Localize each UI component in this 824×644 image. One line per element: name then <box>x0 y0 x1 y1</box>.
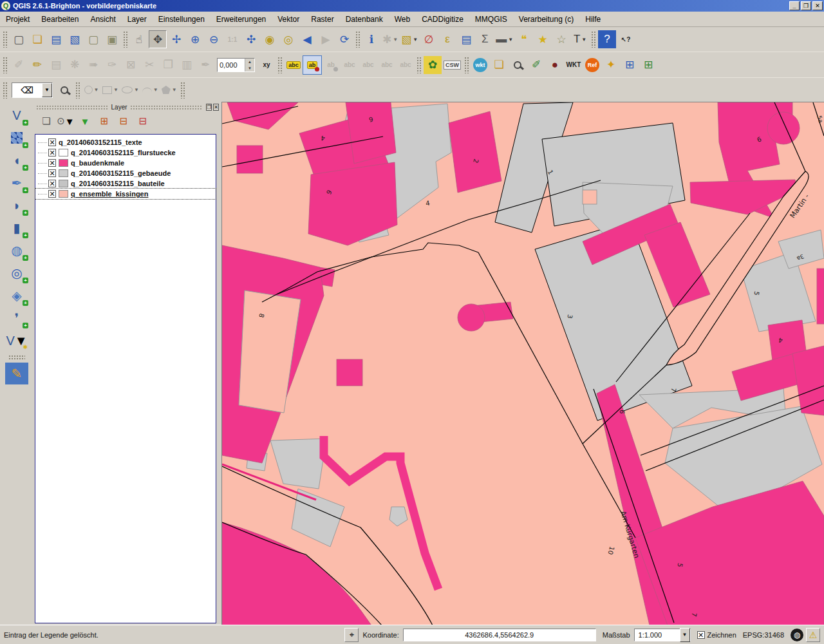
save-project-as-button[interactable]: ▧ <box>66 30 84 48</box>
measure-button[interactable]: ▬▼ <box>494 30 514 48</box>
zoom-full-button[interactable]: ✣ <box>242 30 260 48</box>
dropdown-arrow-icon[interactable]: ▼ <box>65 116 75 127</box>
pan-map-button[interactable]: ✥ <box>149 30 167 48</box>
layer-name[interactable]: q_20140603152115_bauteile <box>71 180 165 187</box>
arc-tool-button[interactable]: ▼ <box>141 81 160 99</box>
close-button[interactable]: ✕ <box>812 1 823 10</box>
expand-all-button[interactable]: ⊞ <box>97 113 112 129</box>
add-mssql-layer-button[interactable]: ◗+ <box>5 194 28 216</box>
composer-manager-button[interactable]: ▣ <box>103 30 121 48</box>
offset-spinbox[interactable]: 0,000▲▼ <box>217 58 255 72</box>
add-oracle-layer-button[interactable]: ▮+ <box>5 217 28 239</box>
open-attribute-table-button[interactable]: ▤ <box>457 30 475 48</box>
select-by-expression-button[interactable]: ε <box>438 30 456 48</box>
close-panel-button[interactable]: ✕ <box>213 104 219 111</box>
circle-tool-button[interactable]: ▼ <box>82 81 100 99</box>
dropdown-arrow-icon[interactable]: ▼ <box>94 87 99 93</box>
xy-button[interactable]: xy <box>258 56 276 74</box>
touch-zoom-pan-button[interactable]: ☝ <box>130 30 148 48</box>
float-panel-button[interactable]: ❐ <box>206 104 212 111</box>
scale-combo[interactable]: 1:1.000 ▼ <box>634 629 691 641</box>
layer-name[interactable]: q_ensemble_kissingen <box>71 190 148 198</box>
pan-to-selection-button[interactable]: ✢ <box>167 30 185 48</box>
layer-visibility-checkbox[interactable]: ✕ <box>48 149 56 156</box>
layer-visibility-checkbox[interactable]: ✕ <box>48 169 56 177</box>
add-delimited-text-button[interactable]: ❜+ <box>5 307 28 329</box>
layer-name[interactable]: q_20140603152115_flurstuecke <box>71 149 176 156</box>
delete-selected-button[interactable]: ⊠ <box>122 56 140 74</box>
collapse-all-button[interactable]: ⊟ <box>116 113 131 129</box>
layer-name[interactable]: q_baudenkmale <box>71 159 124 167</box>
zoom-next-button[interactable]: ▶ <box>317 30 335 48</box>
move-feature-button[interactable]: ➠ <box>84 56 102 74</box>
spin-steppers[interactable]: ▲▼ <box>245 59 254 71</box>
layer-visibility-checkbox[interactable]: ✕ <box>48 159 56 167</box>
restore-button[interactable]: ❐ <box>801 1 811 10</box>
layer-row[interactable]: ✕q_20140603152115_bauteile <box>35 178 216 189</box>
layer-visibility-checkbox[interactable]: ✕ <box>48 180 56 187</box>
refresh-button[interactable]: ⟳ <box>335 30 353 48</box>
new-bookmark-button[interactable]: ★ <box>534 30 552 48</box>
zoom-to-selection-button[interactable]: ◉ <box>261 30 279 48</box>
layer-visibility-checkbox[interactable]: ✕ <box>48 138 56 146</box>
statistics-button[interactable]: Σ <box>476 30 494 48</box>
label-pin-button[interactable]: ab <box>303 56 321 74</box>
spin-up-icon[interactable]: ▲ <box>245 59 254 65</box>
dropdown-arrow-icon[interactable]: ▼ <box>581 37 586 43</box>
caddigitize-select-combo[interactable]: ⌫▼ <box>12 82 53 98</box>
layer-name[interactable]: q_20140603152115_gebaeude <box>71 169 171 177</box>
render-checkbox[interactable]: ✕ <box>697 631 705 639</box>
panel-drag-texture[interactable] <box>36 105 109 109</box>
plugin-feature-button[interactable]: ✿ <box>424 56 442 74</box>
map-canvas[interactable]: 94216495aMartin -3a583476Am Kurgarten105… <box>221 102 824 625</box>
whats-this-button[interactable]: ↖? <box>617 30 635 48</box>
text-annotation-button[interactable]: T▼ <box>571 30 589 48</box>
import-layer-button[interactable]: ❏ <box>490 56 508 74</box>
toggle-editing-button[interactable]: ✏ <box>28 56 46 74</box>
zoom-native-button[interactable]: 1:1 <box>223 30 241 48</box>
add-wms-layer-button[interactable]: ◍+ <box>5 240 28 261</box>
label-move-button[interactable]: abc <box>359 56 377 74</box>
dropdown-arrow-icon[interactable]: ▼ <box>172 87 177 93</box>
layer-visibility-checkbox[interactable]: ✕ <box>48 190 56 198</box>
dropdown-arrow-icon[interactable]: ▼ <box>153 87 158 93</box>
add-spatialite-layer-button[interactable]: ✒+ <box>5 172 28 194</box>
menu-ansicht[interactable]: Ansicht <box>84 13 121 26</box>
menu-mmqgis[interactable]: MMQGIS <box>469 13 513 26</box>
scale-combo-arrow-icon[interactable]: ▼ <box>680 628 690 642</box>
new-print-composer-button[interactable]: ▢ <box>84 30 102 48</box>
manage-visibility-button[interactable]: ⊙▼ <box>58 113 73 129</box>
label-hold-button[interactable]: ab <box>322 56 340 74</box>
show-bookmarks-button[interactable]: ☆ <box>552 30 570 48</box>
identify-features-button[interactable]: ℹ <box>362 30 380 48</box>
panel-drag-texture[interactable] <box>130 105 203 109</box>
layer-row[interactable]: ✕q_baudenkmale <box>35 158 216 168</box>
wkt-text-button[interactable]: WKT <box>565 56 583 74</box>
mouse-position-toggle-button[interactable]: ⌖ <box>344 628 359 642</box>
dropdown-arrow-icon[interactable]: ▼ <box>113 87 118 93</box>
dropdown-arrow-icon[interactable]: ▼ <box>413 37 418 43</box>
menu-verarbeitung-c-[interactable]: Verarbeitung (c) <box>513 13 579 26</box>
node-tool-button[interactable]: ✑ <box>103 56 121 74</box>
polygon-tool-button[interactable]: ▼ <box>160 81 178 99</box>
map-tips-button[interactable]: ❝ <box>515 30 533 48</box>
messages-warning-button[interactable]: ⚠ <box>806 628 820 642</box>
zoom-to-layer-button[interactable]: ◎ <box>279 30 297 48</box>
add-group-button[interactable]: ❏ <box>39 113 54 129</box>
layer-name[interactable]: q_20140603152115_texte <box>59 138 142 146</box>
menu-bearbeiten[interactable]: Bearbeiten <box>35 13 84 26</box>
layer-search-button[interactable] <box>509 56 527 74</box>
grid-edit-button[interactable]: ⊞ <box>639 56 657 74</box>
combo-arrow-icon[interactable]: ▼ <box>42 83 52 97</box>
current-edits-button[interactable]: ✐ <box>10 56 28 74</box>
remove-layer-button[interactable]: ⊟ <box>135 113 151 129</box>
label-rotate-button[interactable]: abc <box>378 56 396 74</box>
caddigitize-zoom-button[interactable] <box>55 81 73 99</box>
csw-button[interactable]: CSW <box>442 56 462 74</box>
layer-row[interactable]: ✕q_ensemble_kissingen <box>35 189 216 199</box>
open-project-button[interactable]: ❏ <box>28 30 46 48</box>
add-raster-layer-button[interactable]: + <box>5 127 28 149</box>
menu-layer[interactable]: Layer <box>122 13 153 26</box>
crs-status-button[interactable]: ◍ <box>791 629 803 641</box>
menu-vektor[interactable]: Vektor <box>272 13 305 26</box>
